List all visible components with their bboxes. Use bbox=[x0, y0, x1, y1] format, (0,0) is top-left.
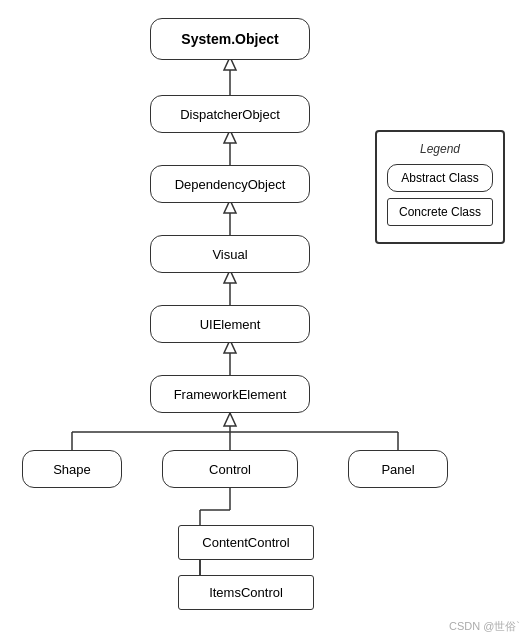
label-ui-element: UIElement bbox=[200, 317, 261, 332]
legend-abstract-label: Abstract Class bbox=[401, 171, 478, 185]
label-system-object: System.Object bbox=[181, 31, 278, 47]
label-framework-element: FrameworkElement bbox=[174, 387, 287, 402]
diagram-container: System.Object DispatcherObject Dependenc… bbox=[0, 0, 530, 642]
node-visual: Visual bbox=[150, 235, 310, 273]
legend-concrete-label: Concrete Class bbox=[399, 205, 481, 219]
label-visual: Visual bbox=[212, 247, 247, 262]
label-content-control: ContentControl bbox=[202, 535, 289, 550]
node-dependency-object: DependencyObject bbox=[150, 165, 310, 203]
node-shape: Shape bbox=[22, 450, 122, 488]
node-framework-element: FrameworkElement bbox=[150, 375, 310, 413]
node-panel: Panel bbox=[348, 450, 448, 488]
label-shape: Shape bbox=[53, 462, 91, 477]
label-control: Control bbox=[209, 462, 251, 477]
node-system-object: System.Object bbox=[150, 18, 310, 60]
node-dispatcher-object: DispatcherObject bbox=[150, 95, 310, 133]
legend: Legend Abstract Class Concrete Class bbox=[375, 130, 505, 244]
node-content-control: ContentControl bbox=[178, 525, 314, 560]
node-ui-element: UIElement bbox=[150, 305, 310, 343]
label-dispatcher-object: DispatcherObject bbox=[180, 107, 280, 122]
watermark: CSDN @世俗` bbox=[449, 619, 520, 634]
label-items-control: ItemsControl bbox=[209, 585, 283, 600]
label-dependency-object: DependencyObject bbox=[175, 177, 286, 192]
legend-concrete-class: Concrete Class bbox=[387, 198, 493, 226]
legend-title: Legend bbox=[387, 142, 493, 156]
svg-marker-12 bbox=[224, 413, 236, 426]
label-panel: Panel bbox=[381, 462, 414, 477]
node-control: Control bbox=[162, 450, 298, 488]
node-items-control: ItemsControl bbox=[178, 575, 314, 610]
legend-abstract-class: Abstract Class bbox=[387, 164, 493, 192]
